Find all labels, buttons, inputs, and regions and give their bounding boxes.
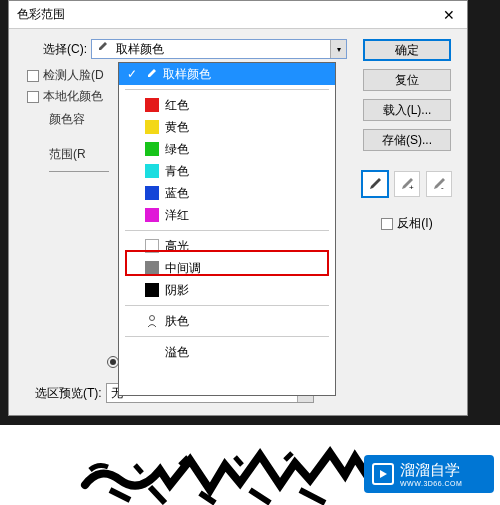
dd-highlights[interactable]: 高光	[119, 235, 335, 257]
dd-yellow[interactable]: 黄色	[119, 116, 335, 138]
localized-label: 本地化颜色	[43, 88, 103, 105]
separator	[125, 305, 329, 306]
dialog-title: 色彩范围	[17, 6, 65, 23]
chevron-down-icon: ▾	[330, 40, 346, 58]
range-label: 范围(R	[49, 146, 86, 163]
dd-outofgamut[interactable]: 溢色	[119, 341, 335, 363]
dd-item-label: 中间调	[165, 260, 201, 277]
separator	[125, 336, 329, 337]
watermark: 溜溜自学 WWW.3D66.COM	[364, 455, 494, 493]
dd-item-label: 洋红	[165, 207, 189, 224]
gray-swatch	[145, 261, 159, 275]
dd-item-label: 黄色	[165, 119, 189, 136]
dd-item-label: 绿色	[165, 141, 189, 158]
invert-checkbox[interactable]	[381, 218, 393, 230]
invert-label: 反相(I)	[397, 215, 432, 232]
eyedropper-add[interactable]: +	[394, 171, 420, 197]
dd-green[interactable]: 绿色	[119, 138, 335, 160]
dd-item-label: 蓝色	[165, 185, 189, 202]
watermark-text: 溜溜自学	[400, 461, 462, 480]
dd-cyan[interactable]: 青色	[119, 160, 335, 182]
ink-drawing	[80, 435, 400, 505]
save-button[interactable]: 存储(S)...	[363, 129, 451, 151]
dd-item-label: 红色	[165, 97, 189, 114]
dd-item-label: 溢色	[165, 344, 189, 361]
dd-magenta[interactable]: 洋红	[119, 204, 335, 226]
select-dropdown-list: ✓ 取样颜色 红色 黄色 绿色 青色 蓝色 洋红 高光 中间调 阴影 肤色 溢色	[118, 62, 336, 396]
detect-face-label: 检测人脸(D	[43, 67, 104, 84]
dd-sampled-colors[interactable]: ✓ 取样颜色	[119, 63, 335, 85]
ok-button[interactable]: 确定	[363, 39, 451, 61]
play-icon	[372, 463, 394, 485]
white-swatch	[145, 239, 159, 253]
dd-blue[interactable]: 蓝色	[119, 182, 335, 204]
select-dropdown[interactable]: 取样颜色 ▾	[91, 39, 347, 59]
person-icon	[145, 314, 159, 328]
localized-checkbox[interactable]	[27, 91, 39, 103]
cyan-swatch	[145, 164, 159, 178]
close-button[interactable]: ✕	[439, 7, 459, 23]
select-value: 取样颜色	[116, 41, 164, 58]
detect-face-checkbox[interactable]	[27, 70, 39, 82]
reset-button[interactable]: 复位	[363, 69, 451, 91]
eyedropper-icon	[145, 68, 157, 80]
dd-item-label: 高光	[165, 238, 189, 255]
separator	[125, 89, 329, 90]
dd-shadows[interactable]: 阴影	[119, 279, 335, 301]
load-button[interactable]: 载入(L)...	[363, 99, 451, 121]
blue-swatch	[145, 186, 159, 200]
dd-item-label: 阴影	[165, 282, 189, 299]
watermark-sub: WWW.3D66.COM	[400, 480, 462, 487]
preview-label: 选区预览(T):	[35, 385, 102, 402]
dd-midtones[interactable]: 中间调	[119, 257, 335, 279]
svg-text:+: +	[409, 183, 414, 192]
dd-item-label: 青色	[165, 163, 189, 180]
green-swatch	[145, 142, 159, 156]
eyedropper-icon	[96, 41, 112, 57]
magenta-swatch	[145, 208, 159, 222]
svg-point-2	[150, 316, 155, 321]
red-swatch	[145, 98, 159, 112]
tolerance-label: 颜色容	[49, 111, 85, 128]
titlebar: 色彩范围 ✕	[9, 1, 467, 29]
svg-text:-: -	[441, 183, 444, 192]
eyedropper-subtract[interactable]: -	[426, 171, 452, 197]
range-slider-track	[49, 171, 109, 172]
dd-skin[interactable]: 肤色	[119, 310, 335, 332]
dd-item-label: 肤色	[165, 313, 189, 330]
black-swatch	[145, 283, 159, 297]
dd-red[interactable]: 红色	[119, 94, 335, 116]
yellow-swatch	[145, 120, 159, 134]
select-label: 选择(C):	[43, 41, 87, 58]
eyedropper-sample[interactable]	[362, 171, 388, 197]
separator	[125, 230, 329, 231]
dd-item-label: 取样颜色	[163, 66, 211, 83]
